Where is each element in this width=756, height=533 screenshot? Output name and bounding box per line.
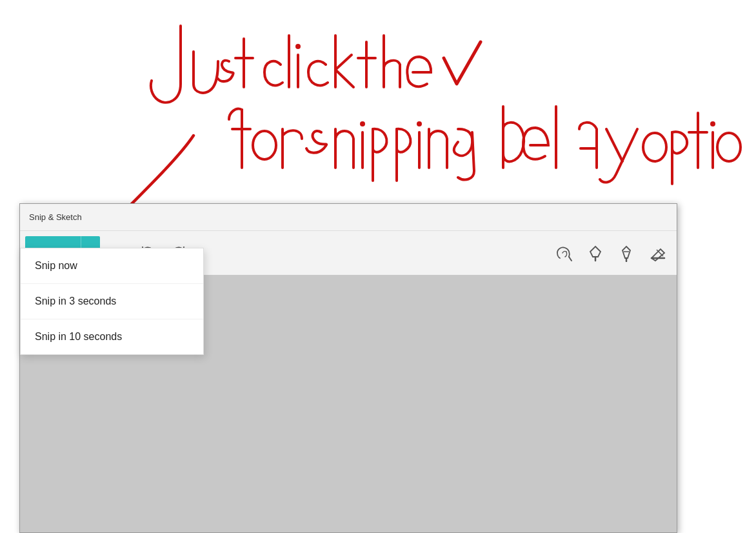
eraser-icon [648,244,667,262]
svg-point-6 [717,133,741,161]
svg-point-0 [295,44,301,49]
svg-point-3 [417,121,422,126]
svg-point-1 [253,131,276,159]
svg-marker-10 [622,246,630,258]
snip-3sec-item[interactable]: Snip in 3 seconds [21,284,203,319]
svg-point-2 [360,121,365,126]
snip-now-item[interactable]: Snip now [21,248,203,284]
dropdown-menu: Snip now Snip in 3 seconds Snip in 10 se… [20,248,204,355]
svg-point-4 [643,133,666,161]
highlighter-icon [586,244,604,262]
snip-10sec-item[interactable]: Snip in 10 seconds [21,319,203,354]
app-title: Snip & Sketch [29,212,82,222]
touch-writing-icon [555,244,574,262]
title-bar: Snip & Sketch [20,204,677,231]
pen-button[interactable] [612,239,641,267]
app-window: Snip & Sketch ✂ New ∨ [19,203,677,533]
highlighter-button[interactable] [581,239,610,267]
pen-icon [617,244,635,262]
svg-point-5 [710,121,715,126]
svg-marker-7 [590,246,601,257]
touch-writing-button[interactable] [550,239,579,267]
eraser-button[interactable] [643,239,671,267]
